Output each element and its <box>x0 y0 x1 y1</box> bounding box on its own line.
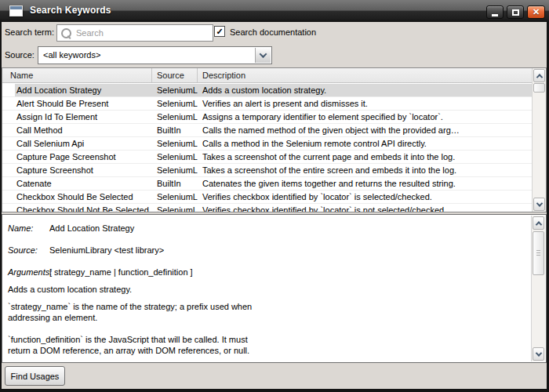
cell-source: SeleniumLib… <box>152 191 198 203</box>
scrollbar-thumb[interactable] <box>533 231 544 275</box>
maximize-button[interactable] <box>507 5 524 19</box>
cell-source: SeleniumLib… <box>152 151 198 163</box>
cell-name: Catenate <box>15 177 152 190</box>
row-lead-cell <box>2 204 15 212</box>
table-row[interactable]: Add Location StrategySeleniumLib…Adds a … <box>2 84 532 97</box>
source-dropdown-value: <all keywords> <box>43 50 100 60</box>
detail-description-paragraph: `function_definition` is the JavaScript … <box>8 334 522 356</box>
cell-name: Capture Screenshot <box>15 164 152 176</box>
source-dropdown-button[interactable] <box>255 48 271 63</box>
cell-source: SeleniumLib… <box>152 137 198 150</box>
cell-source: BuiltIn <box>152 124 198 136</box>
row-lead-cell <box>2 84 15 96</box>
cell-description: Verifies checkbox identified by `locator… <box>198 191 532 203</box>
source-label: Source: <box>5 50 35 60</box>
column-header-name[interactable]: Name <box>2 68 152 82</box>
detail-arguments-value: [ strategy_name | function_definition ] <box>49 267 193 277</box>
cell-description: Calls a method in the Selenium remote co… <box>198 137 532 150</box>
keyword-table: Name Source Description Add Location Str… <box>2 67 547 212</box>
chevron-up-icon <box>536 74 542 80</box>
scroll-up-button[interactable] <box>533 69 545 82</box>
table-header: Name Source Description <box>2 68 546 83</box>
find-usages-button[interactable]: Find Usages <box>5 366 65 386</box>
cell-source: SeleniumLib… <box>152 84 198 96</box>
cell-description: Takes a screenshot of the entire screen … <box>198 164 532 176</box>
cell-source: SeleniumLib… <box>152 204 198 212</box>
scrollbar-grip <box>536 250 540 256</box>
row-lead-cell <box>2 137 15 150</box>
cell-source: SeleniumLib… <box>152 164 198 176</box>
cell-name: Capture Page Screenshot <box>15 151 152 163</box>
column-header-source[interactable]: Source <box>152 68 198 82</box>
table-row[interactable]: Alert Should Be PresentSeleniumLib…Verif… <box>2 97 532 111</box>
row-lead-cell <box>2 151 15 163</box>
chevron-down-icon <box>536 200 542 206</box>
table-row[interactable]: CatenateBuiltInCatenates the given items… <box>2 177 532 191</box>
detail-name-label: Name: <box>8 223 33 233</box>
chevron-up-icon <box>535 221 541 227</box>
row-lead-cell <box>2 191 15 203</box>
close-icon: ✕ <box>533 7 540 17</box>
cell-name: Checkbox Should Be Selected <box>15 191 152 203</box>
cell-name: Add Location Strategy <box>15 84 152 96</box>
detail-source-value: SeleniumLibrary <test library> <box>49 245 164 255</box>
search-placeholder: Search <box>76 28 104 38</box>
detail-name-value: Add Location Strategy <box>49 223 134 233</box>
source-dropdown[interactable]: <all keywords> <box>38 46 272 64</box>
cell-description: Adds a custom location strategy. <box>198 84 532 96</box>
cell-description: Calls the named method of the given obje… <box>198 124 532 136</box>
cell-source: SeleniumLib… <box>152 97 198 110</box>
chevron-down-icon <box>260 50 267 58</box>
row-lead-cell <box>2 177 15 190</box>
scroll-up-button[interactable] <box>533 216 544 230</box>
table-body: Add Location StrategySeleniumLib…Adds a … <box>2 84 532 212</box>
table-row[interactable]: Checkbox Should Not Be SelectedSeleniumL… <box>2 204 532 212</box>
scrollbar-thumb[interactable] <box>533 83 545 93</box>
search-keywords-window: Search Keywords ✕ Search term: Search ✓ … <box>0 0 549 392</box>
table-row[interactable]: Assign Id To ElementSeleniumLib…Assigns … <box>2 111 532 124</box>
chevron-down-icon <box>535 350 541 356</box>
close-button[interactable]: ✕ <box>527 5 545 19</box>
detail-description-paragraph: Adds a custom location strategy. <box>8 284 522 295</box>
search-input[interactable]: Search <box>56 24 213 42</box>
search-icon <box>61 28 71 38</box>
detail-description-paragraph: `strategy_name` is the name of the strat… <box>8 301 522 323</box>
row-lead-cell <box>2 124 15 136</box>
minimize-icon <box>492 14 498 16</box>
table-scrollbar[interactable] <box>532 68 546 212</box>
window-title: Search Keywords <box>30 5 111 16</box>
table-row[interactable]: Call MethodBuiltInCalls the named method… <box>2 124 532 137</box>
scroll-down-button[interactable] <box>533 347 544 361</box>
cell-description: Takes a screenshot of the current page a… <box>198 151 532 163</box>
minimize-button[interactable] <box>486 5 504 19</box>
cell-source: BuiltIn <box>152 177 198 190</box>
window-controls: ✕ <box>486 5 545 19</box>
keyword-details-pane: Name: Add Location Strategy Source: Sele… <box>2 214 547 363</box>
table-row[interactable]: Capture Page ScreenshotSeleniumLib…Takes… <box>2 151 532 164</box>
search-documentation-label: Search documentation <box>230 27 316 37</box>
search-documentation-checkbox[interactable]: ✓ <box>214 26 225 37</box>
titlebar[interactable]: Search Keywords ✕ <box>0 0 549 22</box>
search-term-label: Search term: <box>5 27 54 37</box>
detail-source-label: Source: <box>8 245 38 255</box>
cell-description: Assigns a temporary identifier to elemen… <box>198 111 532 123</box>
table-row[interactable]: Call Selenium ApiSeleniumLib…Calls a met… <box>2 137 532 151</box>
details-scrollbar[interactable] <box>531 216 545 361</box>
column-header-description[interactable]: Description <box>198 68 546 82</box>
cell-name: Call Method <box>15 124 152 136</box>
cell-description: Verifies an alert is present and dismiss… <box>198 97 532 110</box>
table-row[interactable]: Checkbox Should Be SelectedSeleniumLib…V… <box>2 191 532 204</box>
table-row[interactable]: Capture ScreenshotSeleniumLib…Takes a sc… <box>2 164 532 177</box>
cell-name: Call Selenium Api <box>15 137 152 150</box>
row-lead-cell <box>2 97 15 110</box>
cell-name: Checkbox Should Not Be Selected <box>15 204 152 212</box>
row-lead-cell <box>2 164 15 176</box>
cell-source: SeleniumLib… <box>152 111 198 123</box>
cell-name: Assign Id To Element <box>15 111 152 123</box>
app-window-icon <box>9 5 23 16</box>
scroll-down-button[interactable] <box>533 198 545 211</box>
row-lead-cell <box>2 111 15 123</box>
maximize-icon <box>512 9 519 16</box>
cell-description: Verifies checkbox identified by `locator… <box>198 204 532 212</box>
detail-arguments-label: Arguments: <box>8 267 52 277</box>
